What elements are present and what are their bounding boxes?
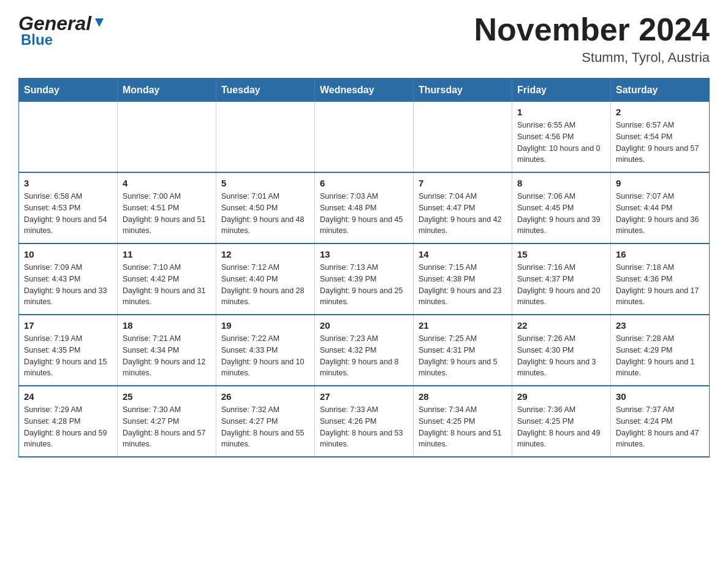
cell-week3-day1: 11Sunrise: 7:10 AMSunset: 4:42 PMDayligh… xyxy=(118,243,216,315)
day-info: Sunrise: 7:30 AMSunset: 4:27 PMDaylight:… xyxy=(123,404,211,450)
cell-week5-day4: 28Sunrise: 7:34 AMSunset: 4:25 PMDayligh… xyxy=(414,386,512,457)
day-number: 8 xyxy=(517,178,605,188)
cell-week2-day0: 3Sunrise: 6:58 AMSunset: 4:53 PMDaylight… xyxy=(19,172,118,243)
day-number: 30 xyxy=(616,391,704,402)
day-info: Sunrise: 7:18 AMSunset: 4:36 PMDaylight:… xyxy=(616,262,704,308)
cell-week1-day0 xyxy=(19,102,118,172)
header-wednesday: Wednesday xyxy=(315,79,414,102)
cell-week4-day4: 21Sunrise: 7:25 AMSunset: 4:31 PMDayligh… xyxy=(414,315,512,386)
day-number: 25 xyxy=(123,391,211,402)
day-number: 26 xyxy=(221,391,309,402)
cell-week3-day2: 12Sunrise: 7:12 AMSunset: 4:40 PMDayligh… xyxy=(216,243,315,315)
day-number: 7 xyxy=(419,178,507,188)
cell-week1-day2 xyxy=(216,102,315,172)
day-info: Sunrise: 7:36 AMSunset: 4:25 PMDaylight:… xyxy=(517,404,605,450)
day-number: 23 xyxy=(616,320,704,331)
day-info: Sunrise: 7:21 AMSunset: 4:34 PMDaylight:… xyxy=(123,333,211,379)
header-saturday: Saturday xyxy=(611,79,710,102)
header-friday: Friday xyxy=(512,79,611,102)
cell-week3-day0: 10Sunrise: 7:09 AMSunset: 4:43 PMDayligh… xyxy=(19,243,118,315)
day-number: 9 xyxy=(616,178,704,188)
day-info: Sunrise: 7:15 AMSunset: 4:38 PMDaylight:… xyxy=(419,262,507,308)
day-number: 6 xyxy=(320,178,408,188)
day-number: 1 xyxy=(517,107,605,117)
cell-week5-day0: 24Sunrise: 7:29 AMSunset: 4:28 PMDayligh… xyxy=(19,386,118,457)
day-number: 29 xyxy=(517,391,605,402)
day-info: Sunrise: 7:23 AMSunset: 4:32 PMDaylight:… xyxy=(320,333,408,379)
day-number: 3 xyxy=(24,178,112,188)
cell-week4-day5: 22Sunrise: 7:26 AMSunset: 4:30 PMDayligh… xyxy=(512,315,611,386)
cell-week1-day4 xyxy=(414,102,512,172)
day-info: Sunrise: 7:26 AMSunset: 4:30 PMDaylight:… xyxy=(517,333,605,379)
cell-week5-day6: 30Sunrise: 7:37 AMSunset: 4:24 PMDayligh… xyxy=(611,386,710,457)
day-number: 14 xyxy=(419,249,507,259)
day-number: 4 xyxy=(123,178,211,188)
cell-week1-day6: 2Sunrise: 6:57 AMSunset: 4:54 PMDaylight… xyxy=(611,102,710,172)
cell-week2-day5: 8Sunrise: 7:06 AMSunset: 4:45 PMDaylight… xyxy=(512,172,611,243)
day-number: 28 xyxy=(419,391,507,402)
day-info: Sunrise: 7:13 AMSunset: 4:39 PMDaylight:… xyxy=(320,262,408,308)
day-info: Sunrise: 7:04 AMSunset: 4:47 PMDaylight:… xyxy=(419,191,507,237)
logo-area: General Blue xyxy=(18,12,106,48)
header-thursday: Thursday xyxy=(414,79,512,102)
week-row-5: 24Sunrise: 7:29 AMSunset: 4:28 PMDayligh… xyxy=(19,386,710,457)
day-number: 22 xyxy=(517,320,605,331)
day-info: Sunrise: 7:06 AMSunset: 4:45 PMDaylight:… xyxy=(517,191,605,237)
month-year-title: November 2024 xyxy=(474,12,710,47)
day-number: 11 xyxy=(123,249,211,259)
day-info: Sunrise: 7:12 AMSunset: 4:40 PMDaylight:… xyxy=(221,262,309,308)
day-number: 17 xyxy=(24,320,112,331)
cell-week2-day1: 4Sunrise: 7:00 AMSunset: 4:51 PMDaylight… xyxy=(118,172,216,243)
week-row-3: 10Sunrise: 7:09 AMSunset: 4:43 PMDayligh… xyxy=(19,243,710,315)
cell-week5-day1: 25Sunrise: 7:30 AMSunset: 4:27 PMDayligh… xyxy=(118,386,216,457)
cell-week3-day4: 14Sunrise: 7:15 AMSunset: 4:38 PMDayligh… xyxy=(414,243,512,315)
day-info: Sunrise: 7:34 AMSunset: 4:25 PMDaylight:… xyxy=(419,404,507,450)
cell-week2-day3: 6Sunrise: 7:03 AMSunset: 4:48 PMDaylight… xyxy=(315,172,414,243)
cell-week4-day3: 20Sunrise: 7:23 AMSunset: 4:32 PMDayligh… xyxy=(315,315,414,386)
day-info: Sunrise: 7:28 AMSunset: 4:29 PMDaylight:… xyxy=(616,333,704,379)
cell-week4-day2: 19Sunrise: 7:22 AMSunset: 4:33 PMDayligh… xyxy=(216,315,315,386)
day-info: Sunrise: 6:58 AMSunset: 4:53 PMDaylight:… xyxy=(24,191,112,237)
cell-week2-day6: 9Sunrise: 7:07 AMSunset: 4:44 PMDaylight… xyxy=(611,172,710,243)
day-number: 15 xyxy=(517,249,605,259)
header-tuesday: Tuesday xyxy=(216,79,315,102)
cell-week1-day5: 1Sunrise: 6:55 AMSunset: 4:56 PMDaylight… xyxy=(512,102,611,172)
day-info: Sunrise: 7:10 AMSunset: 4:42 PMDaylight:… xyxy=(123,262,211,308)
calendar-body: 1Sunrise: 6:55 AMSunset: 4:56 PMDaylight… xyxy=(19,102,710,457)
day-number: 2 xyxy=(616,107,704,117)
day-number: 13 xyxy=(320,249,408,259)
day-number: 5 xyxy=(221,178,309,188)
day-number: 10 xyxy=(24,249,112,259)
cell-week2-day4: 7Sunrise: 7:04 AMSunset: 4:47 PMDaylight… xyxy=(414,172,512,243)
day-info: Sunrise: 7:07 AMSunset: 4:44 PMDaylight:… xyxy=(616,191,704,237)
week-row-1: 1Sunrise: 6:55 AMSunset: 4:56 PMDaylight… xyxy=(19,102,710,172)
logo-blue-text: Blue xyxy=(21,31,53,48)
cell-week4-day0: 17Sunrise: 7:19 AMSunset: 4:35 PMDayligh… xyxy=(19,315,118,386)
day-info: Sunrise: 7:22 AMSunset: 4:33 PMDaylight:… xyxy=(221,333,309,379)
day-number: 27 xyxy=(320,391,408,402)
cell-week5-day5: 29Sunrise: 7:36 AMSunset: 4:25 PMDayligh… xyxy=(512,386,611,457)
title-area: November 2024 Stumm, Tyrol, Austria xyxy=(474,12,710,66)
day-number: 21 xyxy=(419,320,507,331)
cell-week3-day5: 15Sunrise: 7:16 AMSunset: 4:37 PMDayligh… xyxy=(512,243,611,315)
day-number: 18 xyxy=(123,320,211,331)
header-monday: Monday xyxy=(118,79,216,102)
day-info: Sunrise: 7:25 AMSunset: 4:31 PMDaylight:… xyxy=(419,333,507,379)
cell-week3-day6: 16Sunrise: 7:18 AMSunset: 4:36 PMDayligh… xyxy=(611,243,710,315)
day-info: Sunrise: 7:29 AMSunset: 4:28 PMDaylight:… xyxy=(24,404,112,450)
cell-week4-day6: 23Sunrise: 7:28 AMSunset: 4:29 PMDayligh… xyxy=(611,315,710,386)
cell-week5-day3: 27Sunrise: 7:33 AMSunset: 4:26 PMDayligh… xyxy=(315,386,414,457)
cell-week3-day3: 13Sunrise: 7:13 AMSunset: 4:39 PMDayligh… xyxy=(315,243,414,315)
svg-marker-0 xyxy=(95,18,104,27)
header-sunday: Sunday xyxy=(19,79,118,102)
location-subtitle: Stumm, Tyrol, Austria xyxy=(474,50,710,66)
day-info: Sunrise: 7:01 AMSunset: 4:50 PMDaylight:… xyxy=(221,191,309,237)
cell-week5-day2: 26Sunrise: 7:32 AMSunset: 4:27 PMDayligh… xyxy=(216,386,315,457)
week-row-2: 3Sunrise: 6:58 AMSunset: 4:53 PMDaylight… xyxy=(19,172,710,243)
cell-week2-day2: 5Sunrise: 7:01 AMSunset: 4:50 PMDaylight… xyxy=(216,172,315,243)
week-row-4: 17Sunrise: 7:19 AMSunset: 4:35 PMDayligh… xyxy=(19,315,710,386)
day-number: 16 xyxy=(616,249,704,259)
day-info: Sunrise: 7:37 AMSunset: 4:24 PMDaylight:… xyxy=(616,404,704,450)
day-number: 20 xyxy=(320,320,408,331)
weekday-header-row: Sunday Monday Tuesday Wednesday Thursday… xyxy=(19,79,710,102)
